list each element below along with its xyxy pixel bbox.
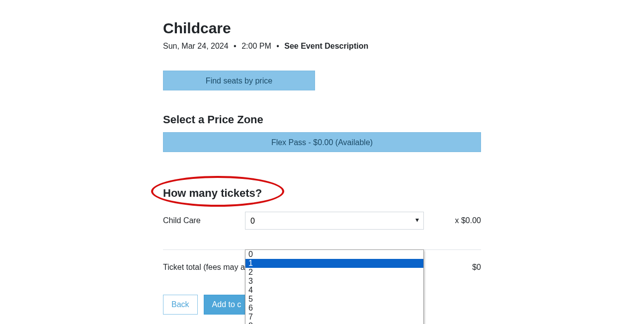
dot-separator: • — [276, 42, 279, 50]
find-seats-button[interactable]: Find seats by price — [163, 71, 315, 90]
dropdown-option[interactable]: 1 — [245, 259, 423, 268]
event-time: 2:00 PM — [242, 42, 271, 50]
event-title: Childcare — [163, 20, 481, 37]
ticket-row: Child Care 0 x $0.00 — [163, 212, 481, 230]
dropdown-option[interactable]: 2 — [245, 268, 423, 277]
dropdown-option[interactable]: 5 — [245, 295, 423, 304]
dot-separator: • — [234, 42, 237, 50]
unit-price: x $0.00 — [424, 216, 481, 225]
quantity-select[interactable]: 0 — [245, 212, 424, 230]
event-meta: Sun, Mar 24, 2024 • 2:00 PM • See Event … — [163, 42, 481, 51]
event-description-link[interactable]: See Event Description — [284, 42, 368, 50]
dropdown-option[interactable]: 3 — [245, 277, 423, 286]
total-value: $0 — [472, 263, 481, 272]
back-button[interactable]: Back — [163, 295, 198, 315]
price-zone-option[interactable]: Flex Pass - $0.00 (Available) — [163, 132, 481, 152]
ticket-type-label: Child Care — [163, 216, 245, 225]
tickets-heading: How many tickets? — [163, 187, 262, 200]
price-zone-heading: Select a Price Zone — [163, 113, 481, 126]
event-date: Sun, Mar 24, 2024 — [163, 42, 229, 50]
dropdown-option[interactable]: 8 — [245, 322, 423, 324]
dropdown-option[interactable]: 4 — [245, 286, 423, 295]
dropdown-option[interactable]: 6 — [245, 304, 423, 313]
total-label: Ticket total (fees may a — [163, 263, 245, 272]
dropdown-option[interactable]: 7 — [245, 313, 423, 322]
quantity-dropdown-open[interactable]: 0123456789 — [245, 249, 424, 324]
add-to-cart-button[interactable]: Add to c — [204, 295, 250, 315]
dropdown-option[interactable]: 0 — [245, 250, 423, 259]
